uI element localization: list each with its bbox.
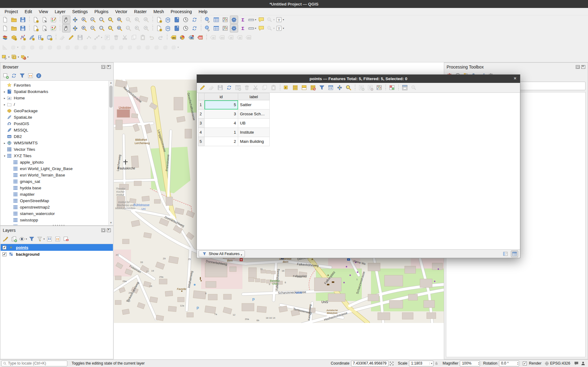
processing-toolbox-button[interactable]	[230, 24, 238, 32]
scroll-down-icon[interactable]: ▼	[109, 221, 113, 225]
new-map-view-button[interactable]	[155, 24, 163, 32]
cell-id[interactable]: 2	[204, 137, 238, 146]
add-group-button[interactable]	[10, 235, 18, 243]
menu-mesh[interactable]: Mesh	[150, 9, 167, 15]
deselect-all-button[interactable]	[309, 83, 317, 92]
zoom-in-button[interactable]	[80, 24, 88, 32]
zoom-full-button[interactable]	[98, 24, 106, 32]
toggle-editing-button[interactable]	[67, 33, 75, 42]
zoom-to-layer-button[interactable]	[115, 24, 124, 32]
layer-item-points[interactable]: ✓points	[1, 244, 113, 251]
zoom-to-layer-button[interactable]	[115, 16, 124, 24]
temporal-controller-button[interactable]	[182, 24, 190, 32]
expand-all-layers-button[interactable]	[46, 235, 53, 243]
pan-button[interactable]	[62, 16, 70, 24]
filter-by-expression-button[interactable]: ε▾	[36, 235, 45, 243]
browser-item--[interactable]: ▸/	[1, 101, 113, 108]
browser-item-favorites[interactable]: Favorites	[1, 82, 113, 88]
new-layout-button[interactable]	[32, 24, 40, 32]
new3-d-map-view-button[interactable]: 3D	[164, 16, 172, 24]
layers-close-button[interactable]	[107, 228, 111, 232]
cell-label[interactable]: Grosse Sch…	[238, 109, 270, 119]
lock-icon[interactable]	[434, 361, 439, 365]
table-row[interactable]: 15Sattler	[198, 100, 270, 109]
menu-project[interactable]: Project	[1, 9, 21, 15]
processing-float-button[interactable]	[576, 65, 580, 69]
magnifier-spinbox[interactable]: 100%▴▾	[460, 361, 480, 366]
browser-item-mssql[interactable]: MSSQL	[1, 127, 113, 133]
layer-visibility-checkbox[interactable]: ✓	[2, 246, 6, 250]
browser-item-swisstopp[interactable]: swisstopp	[1, 217, 113, 223]
collapse-all-layers-button[interactable]	[54, 235, 62, 243]
show-all-features-button[interactable]: Show All Features ▾	[199, 250, 245, 257]
dock-attribute-table-button[interactable]	[401, 83, 409, 92]
deselect-features-button[interactable]: ▾	[20, 53, 29, 61]
pan-to-selection-button[interactable]	[71, 24, 79, 32]
row-number[interactable]: 2	[198, 109, 204, 119]
identify-features-button[interactable]: i	[203, 16, 212, 24]
menu-layer[interactable]: Layer	[51, 9, 69, 15]
add-selected-layers-button[interactable]	[2, 72, 9, 80]
browser-item-postgis[interactable]: PostGIS	[1, 120, 113, 127]
refresh-map-button[interactable]	[190, 16, 199, 24]
refresh-browser-button[interactable]	[10, 72, 18, 80]
attribute-table[interactable]: idlabel 15Sattler23Grosse Sch…34UB41Inst…	[198, 93, 270, 146]
style-manager-button[interactable]	[49, 16, 58, 24]
temporal-controller-button[interactable]	[182, 16, 190, 24]
expander-icon[interactable]: ▸	[2, 103, 7, 106]
menu-plugins[interactable]: Plugins	[91, 9, 112, 15]
browser-item-geopackage[interactable]: GeoPackage	[1, 108, 113, 114]
row-number[interactable]: 4	[198, 128, 204, 137]
browser-item-gmaps-sat[interactable]: gmaps_sat	[1, 178, 113, 185]
cell-id[interactable]: 1	[204, 128, 238, 137]
new-memory-layer-button[interactable]	[45, 33, 54, 42]
open-attribute-table-button[interactable]	[212, 16, 220, 24]
table-view-button[interactable]	[511, 250, 518, 257]
toggle-unplaced-labels-button[interactable]: abc	[196, 33, 204, 42]
browser-item-maptiler[interactable]: maptiler	[1, 191, 113, 198]
move-selection-to-top-button[interactable]	[327, 83, 335, 92]
open-project-button[interactable]	[10, 24, 18, 32]
filter-browser-button[interactable]	[18, 72, 26, 80]
cell-id[interactable]: 4	[204, 119, 238, 128]
open-field-calculator-button[interactable]	[221, 16, 229, 24]
highlight-pinned-labels-button[interactable]: ab	[187, 33, 195, 42]
browser-scrollbar[interactable]: ▲ ▼	[108, 81, 113, 225]
locate-search-box[interactable]	[1, 361, 67, 366]
expander-icon[interactable]: ▸	[2, 97, 7, 100]
filter-select-by-form-button[interactable]	[318, 83, 326, 92]
data-source-manager-button[interactable]	[1, 33, 9, 42]
extents-icon[interactable]	[389, 361, 394, 366]
browser-item-vector-tiles[interactable]: Vector Tiles	[1, 146, 113, 153]
layer-diagram-button[interactable]	[178, 33, 186, 42]
menu-view[interactable]: View	[36, 9, 51, 15]
row-number[interactable]: 5	[198, 137, 204, 146]
text-annotation-button[interactable]: T▾	[275, 16, 284, 24]
processing-toolbox-button[interactable]	[230, 16, 238, 24]
show-statistical-summary-button[interactable]: Σ	[239, 16, 247, 24]
user-profile-icon[interactable]	[581, 361, 586, 366]
new-project-button[interactable]	[1, 24, 9, 32]
measure-line-button[interactable]: ▾	[248, 16, 257, 24]
new-geopackage-layer-button[interactable]	[10, 33, 18, 42]
enable-properties-widget-button[interactable]: i	[35, 72, 43, 80]
layers-float-button[interactable]	[101, 228, 105, 232]
map-tips-button[interactable]	[257, 16, 265, 24]
menu-edit[interactable]: Edit	[21, 9, 36, 15]
new-project-button[interactable]	[1, 16, 9, 24]
refresh-table-button[interactable]	[225, 83, 233, 92]
cell-label[interactable]: Main Building	[238, 137, 270, 146]
browser-item-esri-world-light-gray-base[interactable]: esri World_Light_Gray_Base	[1, 165, 113, 172]
expander-icon[interactable]: ▾	[2, 154, 7, 158]
show-bookmarks-button[interactable]	[173, 16, 181, 24]
pan-to-selection-button[interactable]	[71, 16, 79, 24]
browser-item-spatial-bookmarks[interactable]: ▸Spatial Bookmarks	[1, 88, 113, 95]
manage-themes-button[interactable]: ▾	[18, 235, 27, 243]
toggle-editing-button[interactable]	[198, 83, 207, 92]
panel-splitter-grip[interactable]	[53, 225, 65, 226]
zoom-to-selection-button[interactable]	[107, 16, 115, 24]
cell-id[interactable]: 5	[204, 100, 238, 109]
cell-label[interactable]: Sattler	[238, 100, 270, 109]
new-virtual-layer-button[interactable]	[36, 33, 45, 42]
window-titlebar[interactable]: *Untitled Project — QGIS	[0, 0, 588, 8]
